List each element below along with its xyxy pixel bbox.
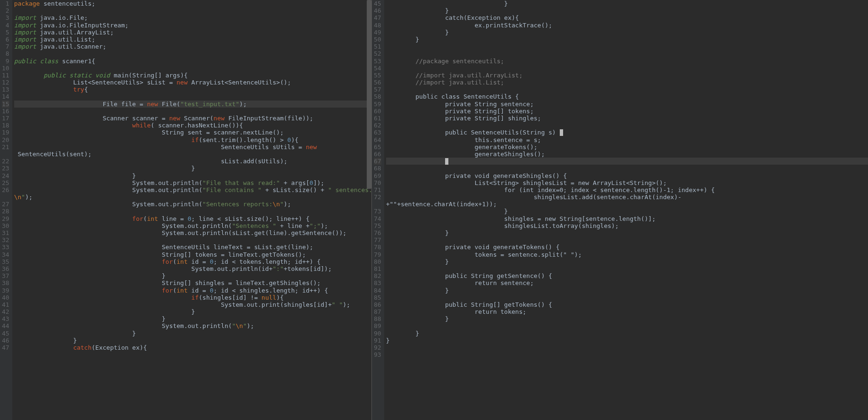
code-line[interactable]: private void generateTokens() {: [386, 244, 868, 251]
code-line[interactable]: for (int index=0; index < sentence.lengt…: [386, 186, 868, 193]
code-line[interactable]: System.out.println(sList.get(line).getSe…: [14, 229, 371, 236]
code-line[interactable]: shingles = new String[sentence.length()]…: [386, 215, 868, 222]
code-line[interactable]: String[] shingles = lineText.getShingles…: [14, 279, 371, 286]
code-line[interactable]: }: [386, 229, 868, 236]
code-line[interactable]: if(sent.trim().length() > 0){: [14, 136, 371, 143]
code-line[interactable]: System.out.println("File that was read:"…: [14, 179, 371, 186]
editor-pane-left[interactable]: 1234567891011121314151617181920212223242…: [0, 0, 372, 420]
code-line[interactable]: List<SentenceUtils> sList = new ArrayLis…: [14, 79, 371, 86]
code-line[interactable]: File file = new File("test_input.txt");: [14, 101, 371, 108]
code-line[interactable]: [386, 165, 868, 172]
code-line[interactable]: sList.add(sUtils);: [14, 158, 371, 165]
code-line[interactable]: shinglesList.toArray(shingles);: [386, 222, 868, 229]
code-line[interactable]: }: [14, 315, 371, 322]
code-line[interactable]: System.out.println("\n");: [14, 322, 371, 329]
code-line[interactable]: }: [386, 36, 868, 43]
code-line[interactable]: System.out.println(id+":"+tokens[id]);: [14, 265, 371, 272]
code-line[interactable]: [14, 50, 371, 57]
code-line[interactable]: [14, 65, 371, 72]
code-line[interactable]: for(int id = 0; id < shingles.length; id…: [14, 287, 371, 294]
code-line[interactable]: [386, 158, 868, 165]
code-line[interactable]: if(shingles[id] != null){: [14, 294, 371, 301]
code-line[interactable]: List<String> shinglesList = new ArrayLis…: [386, 179, 868, 186]
code-line[interactable]: Scanner scanner = new Scanner(new FileIn…: [14, 115, 371, 122]
code-line[interactable]: try{: [14, 86, 371, 93]
code-line[interactable]: [14, 236, 371, 244]
code-line[interactable]: public String[] getTokens() {: [386, 301, 868, 308]
code-line[interactable]: //package sentenceutils;: [386, 58, 868, 65]
code-line[interactable]: catch(Exception ex){: [14, 344, 371, 351]
code-line[interactable]: catch(Exception ex){: [386, 14, 868, 21]
code-line[interactable]: //import java.util.List;: [386, 79, 868, 86]
code-line[interactable]: import java.util.Scanner;: [14, 43, 371, 50]
code-line[interactable]: [386, 50, 868, 57]
code-line[interactable]: System.out.println("Sentences " + line +…: [14, 222, 371, 229]
code-line[interactable]: import java.io.FileInputStream;: [14, 22, 371, 29]
editor-pane-right[interactable]: 4546474849505152535455565758596061626364…: [372, 0, 868, 420]
code-line[interactable]: public class SentenceUtils {: [386, 93, 868, 100]
code-line[interactable]: shinglesList.add(sentence.charAt(index)-: [386, 193, 868, 201]
code-line[interactable]: public static void main(String[] args){: [14, 72, 371, 79]
code-line[interactable]: public class scanner1{: [14, 58, 371, 65]
code-line[interactable]: private String[] tokens;: [386, 108, 868, 115]
code-line[interactable]: }: [386, 29, 868, 36]
code-line[interactable]: tokens = sentence.split(" ");: [386, 251, 868, 258]
code-line[interactable]: String[] tokens = lineText.getTokens();: [14, 251, 371, 258]
code-line[interactable]: while( scanner.hasNextLine()){: [14, 122, 371, 129]
code-line[interactable]: [14, 108, 371, 115]
code-line[interactable]: }: [386, 0, 868, 7]
code-line[interactable]: package sentenceutils;: [14, 0, 371, 7]
code-line[interactable]: [386, 322, 868, 329]
code-line[interactable]: [14, 208, 371, 215]
code-line[interactable]: [14, 7, 371, 14]
code-line[interactable]: generateTokens();: [386, 143, 868, 151]
code-line[interactable]: }: [14, 165, 371, 172]
code-line[interactable]: }: [386, 337, 868, 344]
code-line[interactable]: String sent = scanner.nextLine();: [14, 129, 371, 136]
code-line[interactable]: System.out.println("Sentences reports:\n…: [14, 201, 371, 208]
code-line[interactable]: return tokens;: [386, 308, 868, 315]
scrollbar-left[interactable]: [367, 0, 371, 189]
code-editor-right[interactable]: } } catch(Exception ex){ ex.printStackTr…: [384, 0, 868, 420]
code-line[interactable]: ex.printStackTrace();: [386, 22, 868, 29]
code-line[interactable]: }: [14, 272, 371, 279]
code-line[interactable]: }: [386, 258, 868, 265]
code-line[interactable]: [386, 344, 868, 351]
code-line[interactable]: SentenceUtils lineText = sList.get(line)…: [14, 244, 371, 251]
code-line[interactable]: import java.util.ArrayList;: [14, 29, 371, 36]
code-line[interactable]: [386, 236, 868, 244]
code-line[interactable]: generateShingles();: [386, 151, 868, 158]
code-line[interactable]: for(int id = 0; id < tokens.length; id++…: [14, 258, 371, 265]
code-line[interactable]: }: [14, 337, 371, 344]
code-line[interactable]: //import java.util.ArrayList;: [386, 72, 868, 79]
code-line[interactable]: public String getSentence() {: [386, 272, 868, 279]
code-line[interactable]: [386, 351, 868, 358]
code-line[interactable]: System.out.print(shingles[id]+" ");: [14, 301, 371, 308]
code-line[interactable]: [386, 65, 868, 72]
code-line[interactable]: }: [14, 172, 371, 179]
code-line[interactable]: SentenceUtils(sent);: [14, 151, 371, 158]
code-line[interactable]: public SentenceUtils(String s): [386, 129, 868, 136]
code-line[interactable]: [386, 265, 868, 272]
code-line[interactable]: for(int line = 0; line < sList.size(); l…: [14, 215, 371, 222]
code-line[interactable]: this.sentence = s;: [386, 136, 868, 143]
code-line[interactable]: [386, 122, 868, 129]
code-line[interactable]: }: [386, 315, 868, 322]
code-line[interactable]: private void generateShingles() {: [386, 172, 868, 179]
code-line[interactable]: }: [386, 208, 868, 215]
code-line[interactable]: [386, 86, 868, 93]
code-line[interactable]: }: [386, 330, 868, 337]
code-line[interactable]: import java.util.List;: [14, 36, 371, 43]
code-line[interactable]: }: [386, 7, 868, 14]
code-line[interactable]: [386, 43, 868, 50]
code-line[interactable]: [14, 93, 371, 100]
code-line[interactable]: }: [14, 308, 371, 315]
code-line[interactable]: }: [386, 287, 868, 294]
code-line[interactable]: }: [14, 330, 371, 337]
code-editor-left[interactable]: package sentenceutils;import java.io.Fil…: [12, 0, 371, 420]
code-line[interactable]: +""+sentence.charAt(index+1));: [386, 201, 868, 208]
code-line[interactable]: \n");: [14, 193, 371, 201]
code-line[interactable]: SentenceUtils sUtils = new: [14, 143, 371, 151]
code-line[interactable]: System.out.println("File contains " + sL…: [14, 186, 371, 193]
code-line[interactable]: private String sentence;: [386, 101, 868, 108]
